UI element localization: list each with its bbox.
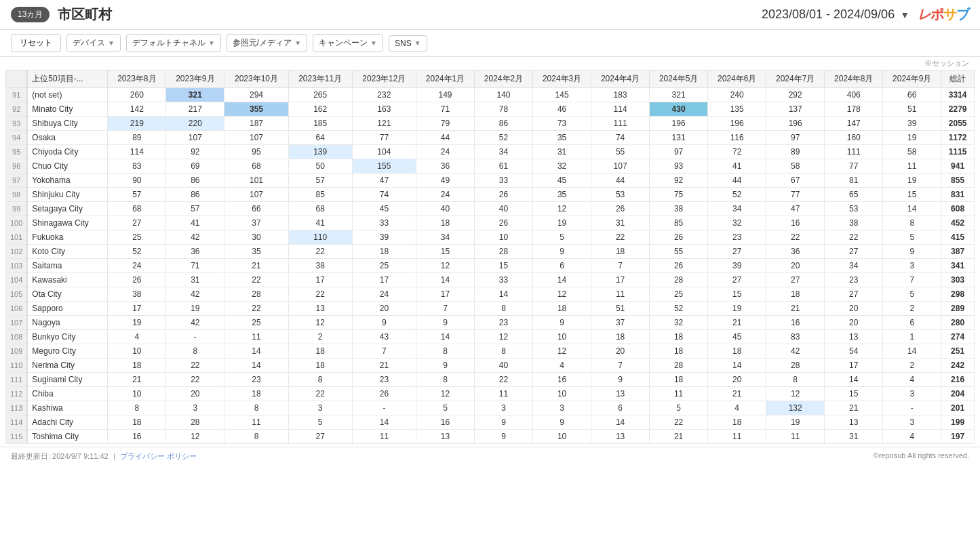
city-name[interactable]: Shibuya City xyxy=(27,117,107,131)
cell-value: 16 xyxy=(108,430,166,444)
col-header-jan24[interactable]: 2024年1月 xyxy=(416,70,474,88)
cell-value: 19 xyxy=(533,216,591,230)
cell-value: 18 xyxy=(416,216,474,230)
cell-value: 27 xyxy=(108,216,166,230)
cell-value: 220 xyxy=(166,117,224,131)
table-row: 91(not set)26032129426523214914014518332… xyxy=(6,88,975,102)
cell-value: 28 xyxy=(650,359,708,373)
city-name[interactable]: Osaka xyxy=(27,131,107,145)
privacy-link[interactable]: プライバシー ポリシー xyxy=(120,452,197,460)
col-header-jul24[interactable]: 2024年7月 xyxy=(766,70,825,88)
col-header-aug24[interactable]: 2024年8月 xyxy=(825,70,883,88)
city-name[interactable]: Adachi City xyxy=(27,415,107,430)
city-name[interactable]: Setagaya City xyxy=(27,202,107,216)
campaign-filter[interactable]: キャンペーン ▼ xyxy=(313,34,383,52)
cell-value: 185 xyxy=(288,117,352,131)
cell-value: 265 xyxy=(288,88,352,102)
col-header-feb24[interactable]: 2024年2月 xyxy=(475,70,533,88)
cell-value: 12 xyxy=(533,344,591,359)
cell-value: 8 xyxy=(288,373,352,387)
city-name[interactable]: Saitama xyxy=(27,259,107,273)
city-name[interactable]: Minato City xyxy=(27,102,107,117)
city-name[interactable]: Meguro City xyxy=(27,344,107,359)
col-header-dec23[interactable]: 2023年12月 xyxy=(352,70,416,88)
cell-value: 135 xyxy=(708,102,766,117)
cell-value: 199 xyxy=(941,415,975,430)
table-row: 93Shibuya City21922018718512179867311119… xyxy=(6,117,975,131)
city-name[interactable]: Koto City xyxy=(27,245,107,259)
city-name[interactable]: Nagoya xyxy=(27,316,107,330)
city-name[interactable]: Sapporo xyxy=(27,302,107,316)
row-number: 105 xyxy=(6,287,28,302)
col-header-may24[interactable]: 2024年5月 xyxy=(650,70,708,88)
col-header-aug23[interactable]: 2023年8月 xyxy=(108,70,166,88)
cell-value: 19 xyxy=(708,302,766,316)
cell-value: 2 xyxy=(883,302,941,316)
col-header-apr24[interactable]: 2024年4月 xyxy=(591,70,650,88)
col-header-name[interactable]: 上位50項目-... xyxy=(27,70,107,88)
city-name[interactable]: (not set) xyxy=(27,88,107,102)
cell-value: 9 xyxy=(475,430,533,444)
col-header-jun24[interactable]: 2024年6月 xyxy=(708,70,766,88)
sns-filter[interactable]: SNS ▼ xyxy=(389,35,427,52)
city-name[interactable]: Nerima City xyxy=(27,359,107,373)
city-name[interactable]: Yokohama xyxy=(27,174,107,188)
city-name[interactable]: Chuo City xyxy=(27,159,107,174)
cell-value: 37 xyxy=(224,216,288,230)
cell-value: 139 xyxy=(288,145,352,159)
cell-value: 33 xyxy=(475,273,533,287)
col-header-total[interactable]: 総計 xyxy=(941,70,975,88)
cell-value: 61 xyxy=(475,159,533,174)
cell-value: 90 xyxy=(108,174,166,188)
channel-filter[interactable]: デフォルトチャネル ▼ xyxy=(126,34,221,52)
cell-value: 3 xyxy=(883,259,941,273)
cell-value: 58 xyxy=(766,159,825,174)
col-header-mar24[interactable]: 2024年3月 xyxy=(533,70,591,88)
city-name[interactable]: Shinagawa City xyxy=(27,216,107,230)
cell-value: 92 xyxy=(650,174,708,188)
table-row: 109Meguro City10814187881220181842541425… xyxy=(6,344,975,359)
cell-value: 41 xyxy=(288,216,352,230)
cell-value: 107 xyxy=(166,131,224,145)
city-name[interactable]: Suginami City xyxy=(27,373,107,387)
city-name[interactable]: Bunkyo City xyxy=(27,330,107,344)
cell-value: 52 xyxy=(708,188,766,202)
period-badge: 13カ月 xyxy=(11,7,50,22)
cell-value: 51 xyxy=(883,102,941,117)
cell-value: 69 xyxy=(166,159,224,174)
cell-value: 24 xyxy=(352,287,416,302)
city-name[interactable]: Chiba xyxy=(27,387,107,401)
cell-value: 15 xyxy=(883,188,941,202)
city-name[interactable]: Kawasaki xyxy=(27,273,107,287)
reset-button[interactable]: リセット xyxy=(11,34,61,52)
cell-value: 20 xyxy=(825,302,883,316)
cell-value: 22 xyxy=(224,302,288,316)
city-name[interactable]: Shinjuku City xyxy=(27,188,107,202)
cell-value: 15 xyxy=(708,287,766,302)
cell-value: 11 xyxy=(224,330,288,344)
col-header-nov23[interactable]: 2023年11月 xyxy=(288,70,352,88)
cell-value: 26 xyxy=(108,273,166,287)
cell-value: 55 xyxy=(650,245,708,259)
col-header-sep23[interactable]: 2023年9月 xyxy=(166,70,224,88)
cell-value: 79 xyxy=(416,117,474,131)
col-header-sep24[interactable]: 2024年9月 xyxy=(883,70,941,88)
date-dropdown-arrow[interactable]: ▼ xyxy=(900,9,909,20)
cell-value: 32 xyxy=(650,316,708,330)
city-name[interactable]: Kashiwa xyxy=(27,401,107,415)
city-name[interactable]: Fukuoka xyxy=(27,230,107,245)
cell-value: 13 xyxy=(591,430,650,444)
cell-value: 40 xyxy=(475,202,533,216)
col-header-oct23[interactable]: 2023年10月 xyxy=(224,70,288,88)
source-filter[interactable]: 参照元/メディア ▼ xyxy=(227,34,307,52)
city-name[interactable]: Toshima City xyxy=(27,430,107,444)
cell-value: 196 xyxy=(650,117,708,131)
device-filter[interactable]: デバイス ▼ xyxy=(66,34,121,52)
city-name[interactable]: Ota City xyxy=(27,287,107,302)
city-name[interactable]: Chiyoda City xyxy=(27,145,107,159)
cell-value: 18 xyxy=(108,359,166,373)
cell-value: 18 xyxy=(288,359,352,373)
cell-value: 452 xyxy=(941,216,975,230)
cell-value: 26 xyxy=(475,216,533,230)
cell-value: 280 xyxy=(941,316,975,330)
